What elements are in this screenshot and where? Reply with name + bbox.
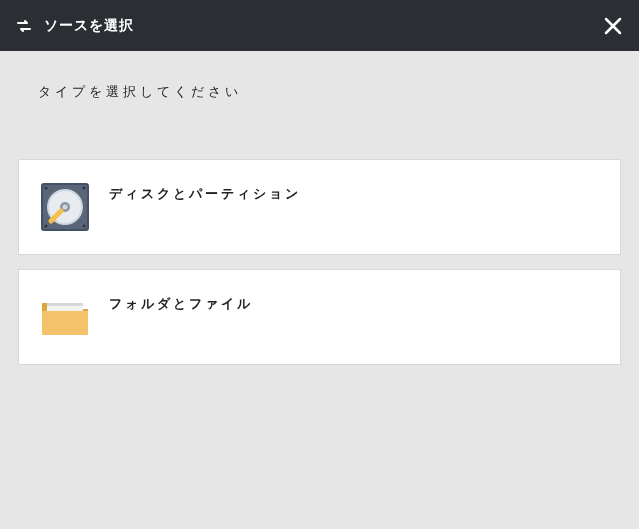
option-folder-file[interactable]: フォルダとファイル [18,269,621,365]
dialog-header: ソースを選択 [0,0,639,51]
dialog-title: ソースを選択 [44,17,134,35]
option-disk-partition[interactable]: ディスクとパーティション [18,159,621,255]
close-icon [604,17,622,35]
close-button[interactable] [601,14,625,38]
option-label: ディスクとパーティション [109,185,301,203]
folder-icon [37,289,93,345]
disk-icon [37,179,93,235]
swap-icon [14,16,34,36]
svg-point-7 [83,187,86,190]
option-label: フォルダとファイル [109,295,253,313]
header-left: ソースを選択 [14,16,134,36]
svg-point-9 [83,225,86,228]
svg-point-8 [45,225,48,228]
svg-point-5 [63,205,68,210]
options-container: ディスクとパーティション フォルダとファイル [0,159,639,365]
svg-rect-11 [47,303,83,306]
svg-point-6 [45,187,48,190]
instruction-text: タイプを選択してください [0,51,639,101]
